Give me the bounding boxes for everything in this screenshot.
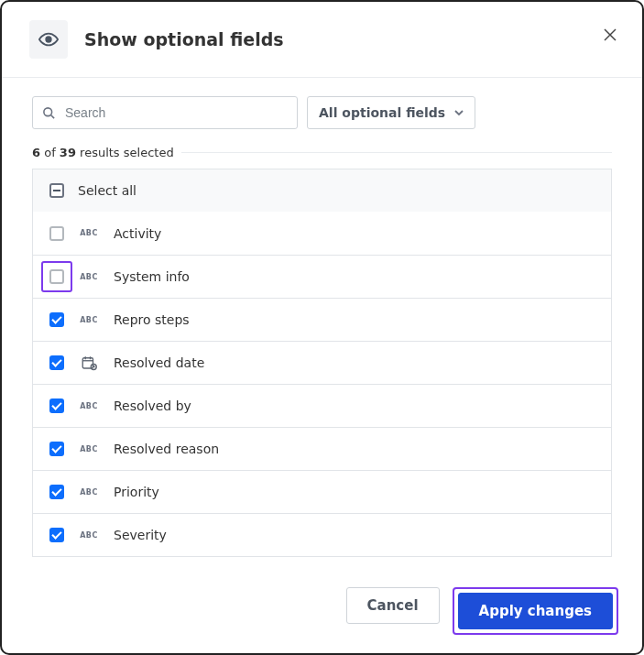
text-icon: ABC — [78, 316, 100, 324]
field-label: Activity — [114, 226, 161, 241]
results-summary: 6 of 39 results selected — [2, 142, 642, 169]
modal-title: Show optional fields — [84, 29, 284, 49]
field-row: ABCSystem info — [33, 255, 611, 298]
optional-fields-modal: Show optional fields All optional fields… — [0, 0, 644, 655]
field-checkbox[interactable] — [49, 355, 64, 370]
field-label: Resolved reason — [114, 442, 219, 456]
results-rule — [181, 152, 612, 153]
modal-header: Show optional fields — [2, 2, 642, 77]
field-label: Priority — [114, 485, 159, 499]
field-row: ABCActivity — [33, 212, 611, 255]
svg-point-3 — [44, 107, 52, 115]
filter-row: All optional fields — [2, 78, 642, 142]
filter-dropdown[interactable]: All optional fields — [307, 96, 475, 129]
field-row: ABCRepro steps — [33, 298, 611, 341]
field-checkbox[interactable] — [49, 528, 64, 542]
apply-button-highlight: Apply changes — [453, 587, 618, 635]
select-all-checkbox[interactable] — [49, 183, 64, 198]
search-input[interactable] — [63, 104, 288, 121]
apply-button[interactable]: Apply changes — [458, 593, 613, 629]
total-count: 39 — [60, 146, 76, 159]
select-all-row: Select all — [33, 169, 611, 212]
svg-point-0 — [46, 37, 51, 42]
field-checkbox[interactable] — [49, 398, 64, 413]
field-row: ABCSeverity — [33, 513, 611, 556]
field-checkbox[interactable] — [49, 442, 64, 456]
field-checkbox[interactable] — [49, 485, 64, 499]
text-icon: ABC — [78, 488, 100, 497]
text-icon: ABC — [78, 229, 100, 237]
text-icon: ABC — [78, 531, 100, 540]
field-checkbox[interactable] — [49, 269, 64, 284]
cancel-button[interactable]: Cancel — [346, 587, 440, 624]
text-icon: ABC — [78, 402, 100, 410]
svg-line-4 — [51, 115, 54, 117]
search-input-wrapper[interactable] — [32, 96, 298, 129]
field-row: Resolved date — [33, 341, 611, 384]
eye-icon — [29, 20, 68, 59]
date-icon — [81, 355, 97, 371]
text-icon: ABC — [78, 445, 100, 453]
field-label: Resolved date — [114, 355, 204, 370]
field-checkbox[interactable] — [49, 226, 64, 241]
field-label: Repro steps — [114, 312, 190, 327]
modal-footer: Cancel Apply changes — [2, 569, 642, 653]
selected-count: 6 — [32, 146, 40, 159]
field-row: ABCResolved by — [33, 384, 611, 427]
field-row: ABCPriority — [33, 470, 611, 513]
search-icon — [42, 106, 56, 120]
filter-dropdown-label: All optional fields — [319, 105, 445, 120]
select-all-label: Select all — [78, 183, 136, 198]
chevron-down-icon — [454, 108, 464, 117]
field-label: Resolved by — [114, 398, 191, 413]
field-checkbox[interactable] — [49, 312, 64, 327]
field-row: ABCResolved reason — [33, 427, 611, 470]
fields-table: Select all ABCActivityABCSystem infoABCR… — [32, 169, 612, 557]
field-label: Severity — [114, 528, 167, 542]
close-button[interactable] — [604, 27, 617, 45]
field-label: System info — [114, 269, 190, 284]
close-icon — [604, 28, 617, 41]
text-icon: ABC — [78, 273, 100, 281]
